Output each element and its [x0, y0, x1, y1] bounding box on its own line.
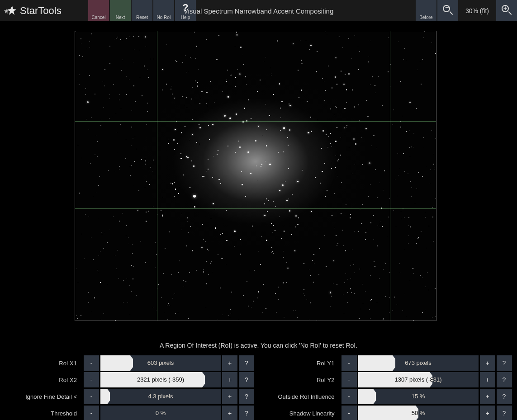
- param-label: Shadow Linearity: [259, 410, 340, 417]
- status-message: A Region Of Interest (RoI) is active. Yo…: [0, 342, 517, 349]
- zoom-controls: Before − 30% (fit) +: [416, 0, 517, 21]
- params-panel: RoI X1-603 pixels+?RoI X2-2321 pixels (-…: [0, 355, 517, 420]
- svg-marker-1: [4, 9, 9, 14]
- toolbar: Cancel Next Reset No RoI ? Help: [88, 0, 196, 21]
- increment-button[interactable]: +: [222, 372, 237, 387]
- zoom-in-icon: +: [501, 5, 512, 15]
- param-label: Threshold: [1, 410, 82, 417]
- param-label: RoI Y1: [259, 360, 340, 367]
- param-value: 603 pixels: [100, 355, 221, 371]
- reset-button[interactable]: Reset: [132, 0, 152, 21]
- param-row: RoI Y1-673 pixels+?: [259, 355, 517, 371]
- param-row: RoI X1-603 pixels+?: [1, 355, 259, 371]
- param-value: 15 %: [358, 389, 479, 404]
- zoom-out-icon: −: [442, 5, 453, 15]
- param-slider[interactable]: 1307 pixels (-831): [358, 372, 479, 387]
- increment-button[interactable]: +: [480, 372, 495, 387]
- topbar: StarTools Cancel Next Reset No RoI ? Hel…: [0, 0, 517, 21]
- zoom-out-button[interactable]: −: [437, 0, 458, 21]
- param-value: 50 %: [358, 406, 479, 420]
- param-row: RoI Y2-1307 pixels (-831)+?: [259, 372, 517, 387]
- param-slider[interactable]: 4.3 pixels: [100, 389, 221, 404]
- param-help-button[interactable]: ?: [497, 406, 512, 420]
- decrement-button[interactable]: -: [342, 406, 357, 420]
- decrement-button[interactable]: -: [84, 372, 99, 387]
- no-roi-button[interactable]: No RoI: [153, 0, 174, 21]
- param-help-button[interactable]: ?: [497, 355, 512, 371]
- param-help-button[interactable]: ?: [497, 389, 512, 404]
- param-slider[interactable]: 603 pixels: [100, 355, 221, 371]
- decrement-button[interactable]: -: [84, 355, 99, 371]
- roi-bottom-edge[interactable]: [75, 208, 436, 209]
- param-value: 0 %: [100, 406, 221, 420]
- param-row: Shadow Linearity-50 %+?: [259, 406, 517, 420]
- param-value: 2321 pixels (-359): [100, 372, 221, 387]
- decrement-button[interactable]: -: [342, 355, 357, 371]
- param-row: RoI X2-2321 pixels (-359)+?: [1, 372, 259, 387]
- increment-button[interactable]: +: [480, 389, 495, 404]
- app-name: StarTools: [20, 5, 62, 17]
- param-help-button[interactable]: ?: [497, 372, 512, 387]
- roi-top-edge[interactable]: [75, 121, 436, 122]
- image-viewport[interactable]: [75, 31, 436, 321]
- increment-button[interactable]: +: [222, 406, 237, 420]
- decrement-button[interactable]: -: [84, 389, 99, 404]
- param-row: Threshold-0 %+?: [1, 406, 259, 420]
- roi-left-edge[interactable]: [157, 31, 157, 321]
- roi-right-edge[interactable]: [390, 31, 390, 321]
- next-button[interactable]: Next: [110, 0, 131, 21]
- param-value: 4.3 pixels: [100, 389, 221, 404]
- app-logo: StarTools: [0, 4, 62, 18]
- decrement-button[interactable]: -: [342, 389, 357, 404]
- param-help-button[interactable]: ?: [239, 406, 254, 420]
- increment-button[interactable]: +: [480, 355, 495, 371]
- decrement-button[interactable]: -: [342, 372, 357, 387]
- param-label: RoI Y2: [259, 377, 340, 383]
- zoom-level: 30% (fit): [459, 7, 495, 14]
- increment-button[interactable]: +: [222, 355, 237, 371]
- param-help-button[interactable]: ?: [239, 355, 254, 371]
- cancel-button[interactable]: Cancel: [88, 0, 109, 21]
- increment-button[interactable]: +: [222, 389, 237, 404]
- param-value: 673 pixels: [358, 355, 479, 371]
- param-slider[interactable]: 0 %: [100, 406, 221, 420]
- param-help-button[interactable]: ?: [239, 389, 254, 404]
- param-value: 1307 pixels (-831): [358, 372, 479, 387]
- param-slider[interactable]: 15 %: [358, 389, 479, 404]
- decrement-button[interactable]: -: [84, 406, 99, 420]
- param-slider[interactable]: 673 pixels: [358, 355, 479, 371]
- increment-button[interactable]: +: [480, 406, 495, 420]
- param-slider[interactable]: 50 %: [358, 406, 479, 420]
- module-title: Visual Spectrum Narrowband Accent Compos…: [184, 7, 334, 15]
- param-label: RoI X1: [1, 360, 82, 367]
- param-row: Outside RoI Influence-15 %+?: [259, 389, 517, 404]
- param-row: Ignore Fine Detail <-4.3 pixels+?: [1, 389, 259, 404]
- param-label: RoI X2: [1, 377, 82, 383]
- param-help-button[interactable]: ?: [239, 372, 254, 387]
- param-label: Outside RoI Influence: [259, 393, 340, 400]
- starfield-image: [75, 31, 436, 321]
- param-label: Ignore Fine Detail <: [1, 393, 82, 400]
- star-icon: [4, 4, 17, 18]
- zoom-in-button[interactable]: +: [496, 0, 517, 21]
- before-button[interactable]: Before: [416, 0, 436, 21]
- param-slider[interactable]: 2321 pixels (-359): [100, 372, 221, 387]
